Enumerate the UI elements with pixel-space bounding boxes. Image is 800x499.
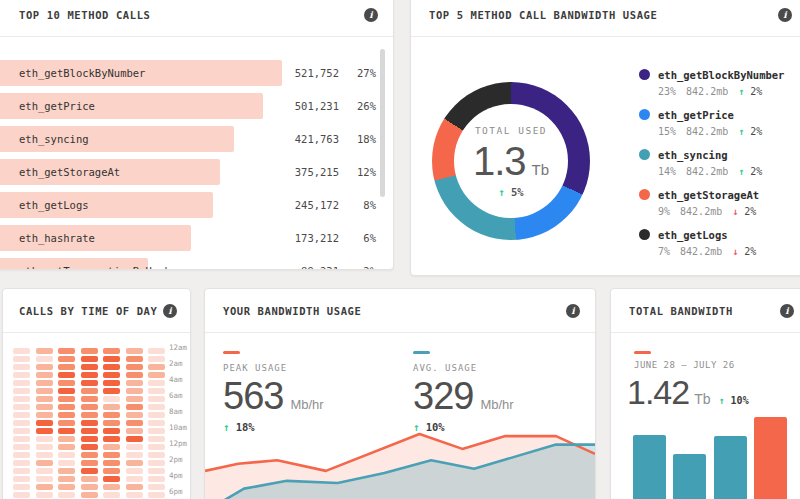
method-row[interactable]: eth_getBlockByNumber 521,752 27% xyxy=(0,60,393,86)
heatmap-cell xyxy=(13,364,30,370)
legend-dot xyxy=(639,189,650,200)
heatmap-cell xyxy=(126,348,143,354)
heatmap-cell xyxy=(81,380,98,386)
method-row[interactable]: eth_getStorageAt 375,215 12% xyxy=(0,159,393,185)
heatmap-cell xyxy=(13,396,30,402)
heatmap-cell xyxy=(103,476,120,482)
time-label: 4am xyxy=(169,375,183,384)
time-label: 12am xyxy=(169,343,187,352)
heatmap-cell xyxy=(126,372,143,378)
legend-method-name: eth_getLogs xyxy=(658,229,728,241)
method-row[interactable]: eth_syncing 421,763 18% xyxy=(0,126,393,152)
legend-percent: 23% xyxy=(658,86,676,97)
panel-calls-by-time: CALLS BY TIME OF DAY i 12am2am4am6am8am1… xyxy=(2,288,191,499)
heatmap-cell xyxy=(58,420,75,426)
heatmap-cell xyxy=(126,484,143,490)
heatmap-cell xyxy=(58,348,75,354)
info-icon[interactable]: i xyxy=(566,304,580,318)
heatmap-cell xyxy=(13,436,30,442)
heatmap-cell xyxy=(148,476,165,482)
method-percent: 8% xyxy=(363,192,376,218)
heatmap-cell xyxy=(36,412,53,418)
time-label: 4pm xyxy=(169,471,183,480)
bandwidth-bar[interactable] xyxy=(673,454,706,499)
date-range: JUNE 28 — JULY 26 xyxy=(634,360,735,370)
legend-item[interactable]: eth_getStorageAt 9% 842.2mb ↓ 2% xyxy=(639,187,784,227)
heatmap-cell xyxy=(103,388,120,394)
heatmap-cell xyxy=(81,364,98,370)
legend-detail: 15% 842.2mb ↑ 2% xyxy=(639,124,784,138)
heatmap-cell xyxy=(36,428,53,434)
donut-total: 1.3 Tb xyxy=(473,139,549,184)
legend-item[interactable]: eth_syncing 14% 842.2mb ↑ 2% xyxy=(639,147,784,187)
heatmap-cell xyxy=(148,436,165,442)
heatmap-cell xyxy=(148,412,165,418)
info-icon[interactable]: i xyxy=(778,8,792,22)
heatmap-cell xyxy=(13,388,30,394)
heatmap-cell xyxy=(58,436,75,442)
panel-header: TOTAL BANDWIDTH i xyxy=(611,289,800,333)
legend-item[interactable]: eth_getLogs 7% 842.2mb ↓ 2% xyxy=(639,227,784,267)
legend-item[interactable]: eth_getBlockByNumber 23% 842.2mb ↑ 2% xyxy=(639,67,784,107)
panel-title: YOUR BANDWIDTH USAGE xyxy=(223,305,361,317)
legend-percent: 14% xyxy=(658,166,676,177)
heatmap-cell xyxy=(103,404,120,410)
heatmap-cell xyxy=(148,356,165,362)
heatmap-cell xyxy=(126,460,143,466)
info-icon[interactable]: i xyxy=(163,304,177,318)
info-icon[interactable]: i xyxy=(780,304,794,318)
heatmap-cell xyxy=(58,372,75,378)
panel-header: YOUR BANDWIDTH USAGE i xyxy=(205,289,595,333)
heatmap-cell xyxy=(81,484,98,490)
bandwidth-stats: PEAK USAGE 563Mb/hr ↑ 18% AVG. USAGE 329… xyxy=(223,351,596,433)
heatmap-cell xyxy=(126,380,143,386)
bandwidth-area-chart[interactable] xyxy=(205,429,595,499)
legend-change: 2% xyxy=(744,206,756,217)
legend-change: 2% xyxy=(750,86,762,97)
heatmap-cell xyxy=(126,428,143,434)
method-percent: 18% xyxy=(357,126,376,152)
heatmap-cell xyxy=(13,428,30,434)
legend-detail: 23% 842.2mb ↑ 2% xyxy=(639,84,784,98)
scrollbar[interactable] xyxy=(380,49,385,197)
heatmap-cell xyxy=(13,444,30,450)
bandwidth-bar[interactable] xyxy=(633,435,666,499)
bandwidth-bar[interactable] xyxy=(714,436,747,499)
legend-change: 2% xyxy=(744,246,756,257)
heatmap-cell xyxy=(58,388,75,394)
legend-method-name: eth_getPrice xyxy=(658,109,734,121)
heatmap-cell xyxy=(148,396,165,402)
heatmap-cell xyxy=(148,420,165,426)
legend-method-name: eth_getStorageAt xyxy=(658,189,759,201)
heatmap-cell xyxy=(126,388,143,394)
heatmap-cell xyxy=(103,412,120,418)
bandwidth-bar[interactable] xyxy=(754,417,787,499)
heatmap-cell xyxy=(103,452,120,458)
up-arrow-icon: ↑ xyxy=(738,166,744,177)
stat-label: PEAK USAGE xyxy=(223,363,413,373)
info-icon[interactable]: i xyxy=(364,8,378,22)
panel-title: CALLS BY TIME OF DAY xyxy=(19,305,157,317)
heatmap-cell xyxy=(36,468,53,474)
donut-total-change: ↑ 5% xyxy=(498,186,523,198)
method-row[interactable]: eth_getTransactionByHash 89,231 2% xyxy=(0,258,393,270)
heatmap-cell xyxy=(58,492,75,498)
method-row[interactable]: eth_getPrice 501,231 26% xyxy=(0,93,393,119)
legend-dot xyxy=(639,149,650,160)
heatmap-cell xyxy=(103,380,120,386)
panel-your-bandwidth: YOUR BANDWIDTH USAGE i PEAK USAGE 563Mb/… xyxy=(204,288,596,499)
method-percent: 26% xyxy=(357,93,376,119)
legend-item[interactable]: eth_getPrice 15% 842.2mb ↑ 2% xyxy=(639,107,784,147)
time-label: 6pm xyxy=(169,487,183,496)
method-name: eth_hashrate xyxy=(19,225,95,251)
donut-chart[interactable]: TOTAL USED 1.3 Tb ↑ 5% xyxy=(432,82,590,240)
method-row[interactable]: eth_hashrate 173,212 6% xyxy=(0,225,393,251)
legend-size: 842.2mb xyxy=(686,86,728,97)
heatmap-cell xyxy=(13,356,30,362)
method-row[interactable]: eth_getLogs 245,172 8% xyxy=(0,192,393,218)
legend-size: 842.2mb xyxy=(686,126,728,137)
legend-detail: 7% 842.2mb ↓ 2% xyxy=(639,244,784,258)
method-name: eth_getPrice xyxy=(19,93,95,119)
heatmap-cell xyxy=(81,460,98,466)
legend-method-name: eth_getBlockByNumber xyxy=(658,69,784,81)
